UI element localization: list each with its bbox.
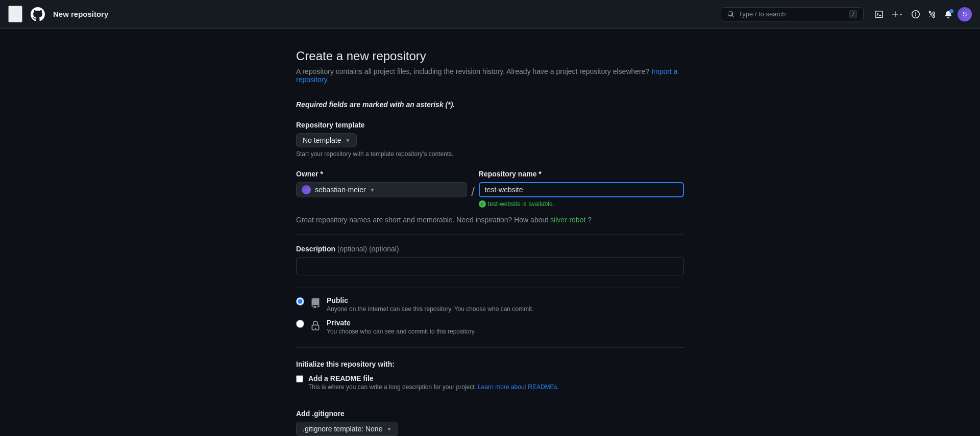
hamburger-button[interactable] [8,6,22,22]
initialize-section: Initialize this repository with: Add a R… [296,360,684,391]
divider3 [296,288,684,288]
private-title: Private [327,319,684,327]
gitignore-section: Add .gitignore .gitignore template: None… [296,409,684,436]
terminal-button[interactable] [872,7,886,21]
private-icon [310,319,321,331]
navbar-icons: S [872,7,972,21]
template-selected: No template [303,136,341,144]
gitignore-arrow-icon: ▼ [386,426,391,432]
availability-message: ✓ test-website is available. [479,200,684,208]
repo-name-input[interactable] [479,182,684,197]
readme-link[interactable]: Learn more about READMEs. [478,383,559,391]
readme-info: Add a README file This is where you can … [308,374,559,391]
private-radio[interactable] [296,320,304,328]
notification-dot [949,9,953,13]
inspiration-text: Great repository names are short and mem… [296,216,684,224]
public-info: Public Anyone on the internet can see th… [327,296,684,313]
description-input[interactable] [296,257,684,275]
search-text: Type / to search [739,10,786,18]
required-note: Required fields are marked with an aster… [296,100,684,109]
public-option[interactable]: Public Anyone on the internet can see th… [296,296,684,313]
search-bar[interactable]: Type / to search / [721,7,864,21]
description-label: Description (optional) (optional) [296,245,684,253]
page-title: Create a new repository [296,49,684,63]
availability-text: test-website is available. [488,200,554,208]
check-icon: ✓ [479,200,486,208]
public-desc: Anyone on the internet can see this repo… [327,305,684,313]
divider2 [296,234,684,235]
divider5 [296,399,684,399]
gitignore-selected: .gitignore template: None [303,425,382,433]
issues-button[interactable] [909,7,923,21]
private-desc: You choose who can see and commit to thi… [327,328,684,335]
repo-section: Repository name * ✓ test-website is avai… [479,170,684,208]
new-button[interactable] [888,7,906,21]
owner-section: Owner * sebastian-meier ▼ [296,170,467,197]
private-info: Private You choose who can see and commi… [327,319,684,335]
slash-divider: / [467,182,479,201]
gitignore-dropdown[interactable]: .gitignore template: None ▼ [296,422,398,436]
template-label: Repository template [296,121,684,129]
template-section: Repository template No template ▼ Start … [296,121,684,158]
template-arrow-icon: ▼ [345,138,350,143]
page-subtitle: A repository contains all project files,… [296,67,684,84]
public-icon [310,296,321,309]
readme-label: Add a README file [308,374,559,382]
slash-badge: / [849,10,857,18]
navbar: New repository Type / to search / [0,0,980,29]
main-content: Create a new repository A repository con… [286,29,694,436]
owner-arrow-icon: ▼ [370,187,375,193]
search-icon [727,11,734,18]
inspiration-link[interactable]: silver-robot [550,216,585,224]
owner-name: sebastian-meier [315,186,366,194]
github-logo[interactable] [31,7,45,22]
user-avatar[interactable]: S [958,7,972,21]
navbar-page-title: New repository [53,10,108,18]
description-section: Description (optional) (optional) [296,245,684,275]
template-caption: Start your repository with a template re… [296,150,684,158]
divider [296,92,684,92]
readme-desc: This is where you can write a long descr… [308,383,559,391]
visibility-section: Public Anyone on the internet can see th… [296,296,684,335]
gitignore-title: Add .gitignore [296,409,684,418]
template-dropdown[interactable]: No template ▼ [296,133,357,147]
owner-label: Owner * [296,170,467,178]
notifications-button[interactable] [941,7,955,21]
private-option[interactable]: Private You choose who can see and commi… [296,319,684,335]
initialize-title: Initialize this repository with: [296,360,684,368]
divider4 [296,347,684,348]
owner-repo-row: Owner * sebastian-meier ▼ / Repository n… [296,170,684,208]
public-title: Public [327,296,684,304]
readme-checkbox[interactable] [296,375,303,382]
repo-label: Repository name * [479,170,684,178]
readme-row: Add a README file This is where you can … [296,374,684,391]
owner-dropdown[interactable]: sebastian-meier ▼ [296,182,467,197]
owner-avatar-small [302,185,311,194]
public-radio[interactable] [296,297,304,305]
pullrequest-button[interactable] [925,7,939,21]
